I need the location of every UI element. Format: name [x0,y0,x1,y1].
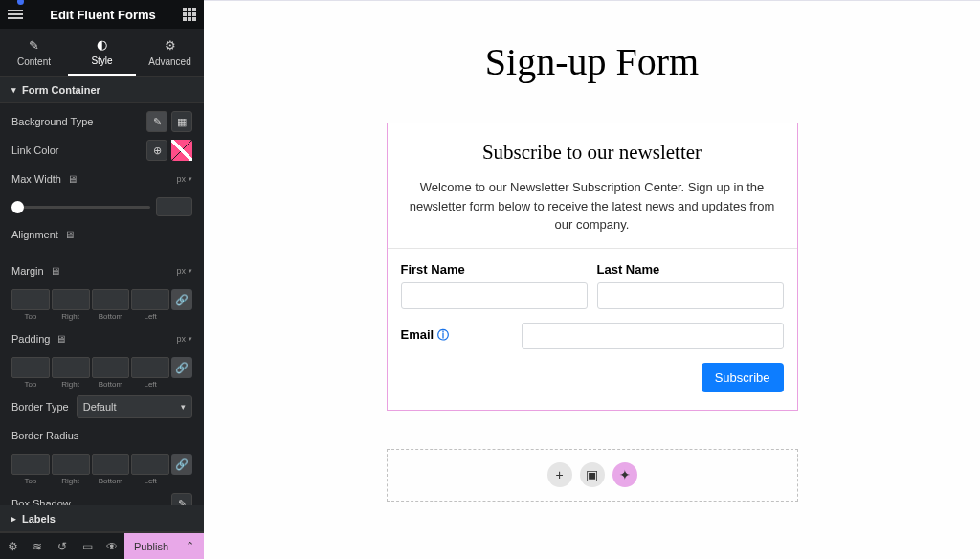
editor-panel: Edit Fluent Forms ✎Content ◐Style ⚙Advan… [0,0,204,559]
desktop-icon[interactable]: 🖥 [56,333,66,345]
unit-selector[interactable]: px [176,266,192,276]
padding-left[interactable] [131,357,169,378]
preview-icon[interactable]: 👁 [100,533,124,560]
padding-right[interactable] [52,357,90,378]
slider-thumb[interactable] [11,201,24,213]
unit-selector[interactable]: px [176,334,192,344]
last-name-input[interactable] [597,282,784,309]
max-width-input[interactable] [156,197,192,216]
bg-classic-button[interactable]: ✎ [146,111,167,132]
padding-bottom[interactable] [92,357,130,378]
label-alignment: Alignment🖥 [11,229,75,240]
widgets-icon[interactable] [183,8,196,21]
form-description: Welcome to our Newsletter Subscription C… [403,178,782,235]
margin-top[interactable] [11,289,50,310]
add-section-button[interactable]: + [547,462,572,487]
panel-header: Edit Fluent Forms [0,0,204,29]
email-input[interactable] [522,323,784,349]
chevron-up-icon: ⌃ [186,540,194,552]
label-email: Email ⓘ [401,327,516,344]
ai-button[interactable]: ✦ [612,462,637,487]
panel-footer: ⚙ ≋ ↺ ▭ 👁 Publish⌃ [0,532,204,559]
first-name-input[interactable] [401,282,588,309]
tab-advanced[interactable]: ⚙Advanced [136,29,204,76]
globe-icon[interactable]: ⊕ [146,140,167,161]
gear-icon: ⚙ [165,38,176,53]
label-background-type: Background Type [11,116,93,127]
controls-form-container: Background Type ✎ ▦ Link Color ⊕ Max Wid… [0,103,204,505]
contrast-icon: ◐ [97,37,107,52]
add-section[interactable]: + ▣ ✦ [387,449,798,502]
link-color-swatch[interactable] [171,140,192,161]
section-form-container[interactable]: Form Container [0,77,204,103]
padding-inputs: Top Right Bottom Left 🔗 [11,357,192,389]
label-link-color: Link Color [11,145,59,156]
margin-right[interactable] [52,289,90,310]
link-icon[interactable]: 🔗 [171,357,192,378]
max-width-slider[interactable] [11,206,150,209]
tab-content[interactable]: ✎Content [0,29,68,76]
border-radius-inputs: Top Right Bottom Left 🔗 [11,454,192,485]
publish-button[interactable]: Publish⌃ [124,533,204,560]
info-icon[interactable]: ⓘ [437,328,449,342]
responsive-icon[interactable]: ▭ [75,533,100,560]
border-type-select[interactable]: Default [77,395,192,418]
label-margin: Margin🖥 [11,265,60,277]
desktop-icon[interactable]: 🖥 [67,173,78,185]
template-library-button[interactable]: ▣ [580,462,605,487]
radius-top[interactable] [11,454,50,475]
label-padding: Padding🖥 [11,333,66,345]
settings-icon[interactable]: ⚙ [0,533,25,560]
canvas[interactable]: Sign-up Form Subscribe to our newsletter… [204,0,980,559]
notification-dot [17,0,24,5]
label-border-radius: Border Radius [11,430,78,441]
pencil-icon: ✎ [29,38,39,53]
radius-bottom[interactable] [92,454,130,475]
desktop-icon[interactable]: 🖥 [50,265,60,277]
subscribe-button[interactable]: Subscribe [702,363,784,392]
form-title: Subscribe to our newsletter [403,141,782,165]
form-widget[interactable]: Subscribe to our newsletter Welcome to o… [387,123,798,411]
history-icon[interactable]: ↺ [50,533,75,560]
menu-icon[interactable] [8,10,23,19]
margin-bottom[interactable] [92,289,130,310]
margin-left[interactable] [131,289,169,310]
label-last-name: Last Name [597,262,784,277]
section-labels[interactable]: Labels [0,505,204,532]
desktop-icon[interactable]: 🖥 [64,229,75,240]
panel-title: Edit Fluent Forms [50,8,156,22]
bg-gradient-button[interactable]: ▦ [171,111,192,132]
padding-top[interactable] [11,357,50,378]
page-title: Sign-up Form [485,39,699,84]
unit-selector[interactable]: px [176,174,192,184]
link-icon[interactable]: 🔗 [171,289,192,310]
link-icon[interactable]: 🔗 [171,454,192,475]
radius-left[interactable] [131,454,169,475]
tab-style[interactable]: ◐Style [68,29,136,76]
panel-tabs: ✎Content ◐Style ⚙Advanced [0,29,204,77]
radius-right[interactable] [52,454,90,475]
navigator-icon[interactable]: ≋ [25,533,50,560]
label-border-type: Border Type [11,401,69,413]
margin-inputs: Top Right Bottom Left 🔗 [11,289,192,321]
box-shadow-edit[interactable]: ✎ [171,493,192,505]
label-box-shadow: Box Shadow [11,498,71,505]
label-first-name: First Name [401,262,588,277]
label-max-width: Max Width🖥 [11,173,78,185]
